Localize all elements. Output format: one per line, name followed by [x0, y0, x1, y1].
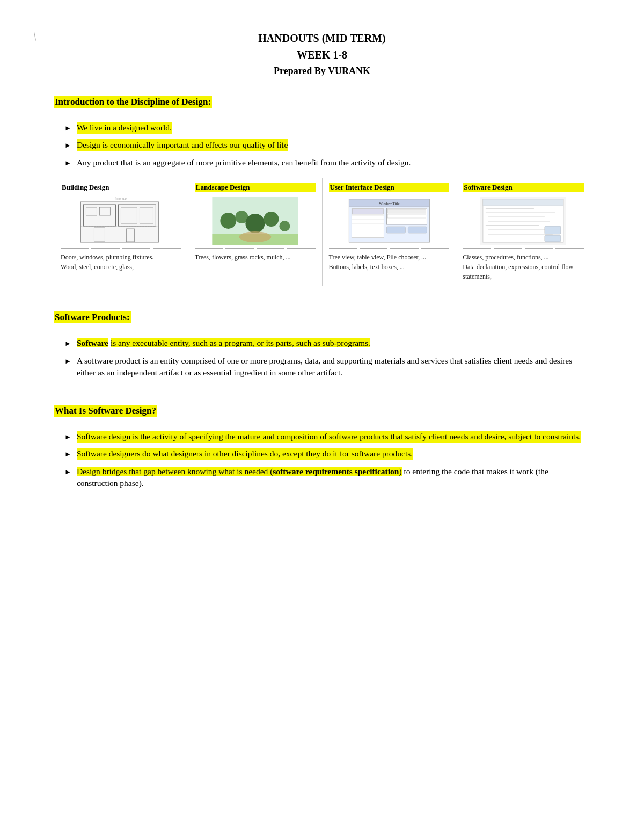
ui-design-image: Window Title	[329, 197, 450, 245]
landscape-design-title: Landscape Design	[195, 183, 316, 192]
svg-rect-43	[545, 235, 561, 242]
landscape-desc: Trees, flowers, grass rocks, mulch, ...	[195, 252, 316, 262]
list-item: ► Software designers do what designers i…	[64, 448, 590, 460]
design-col-building: Building Design floor plan	[54, 178, 188, 286]
software-desc-text: is any executable entity, such as a prog…	[111, 338, 370, 347]
bullet-text: Design is economically important and eff…	[77, 139, 288, 151]
bullet-text: A software product is an entity comprise…	[77, 355, 590, 379]
list-item: ► Design bridges that gap between knowin…	[64, 466, 590, 490]
bullet-arrow: ►	[64, 432, 71, 443]
bullet-arrow: ►	[64, 449, 71, 460]
section-software-design-title: What Is Software Design?	[54, 405, 157, 417]
svg-rect-30	[386, 227, 405, 233]
pencil-decoration: /	[30, 30, 40, 43]
bullet-arrow: ►	[64, 339, 71, 349]
svg-rect-31	[408, 227, 427, 233]
design-bridges-text-1: Design bridges that gap between knowing …	[77, 467, 273, 476]
bullet-text: Design bridges that gap between knowing …	[77, 466, 590, 490]
list-item: ► We live in a designed world.	[64, 122, 590, 134]
bullet-arrow: ►	[64, 467, 71, 477]
svg-rect-42	[545, 226, 561, 234]
page-header: HANDOUTS (MID TERM) WEEK 1-8 Prepared By…	[54, 32, 590, 77]
software-desc: Classes, procedures, functions, ... Data…	[463, 252, 584, 281]
bullet-arrow: ►	[64, 124, 71, 134]
design-col-ui: User Interface Design Window Title	[323, 178, 457, 286]
list-item: ► Any product that is an aggregate of mo…	[64, 157, 590, 169]
svg-rect-34	[483, 199, 564, 206]
svg-rect-28	[387, 209, 426, 213]
svg-text:Window Title: Window Title	[379, 201, 399, 206]
software-req-spec: software requirements specification	[273, 467, 399, 476]
design-categories-grid: Building Design floor plan	[54, 178, 590, 286]
bullet-text: Any product that is an aggregate of more…	[77, 157, 411, 169]
svg-point-14	[245, 214, 265, 233]
landscape-dash-lines	[195, 248, 316, 249]
building-design-title: Building Design	[61, 183, 181, 192]
list-item: ► Software is any executable entity, suc…	[64, 337, 590, 349]
svg-point-18	[239, 231, 271, 242]
bullet-arrow: ►	[64, 158, 71, 169]
section-software-products-list: ► Software is any executable entity, suc…	[64, 337, 590, 379]
bullet-text: Software designers do what designers in …	[77, 448, 413, 460]
software-dash-lines	[463, 248, 584, 249]
section-introduction-list: ► We live in a designed world. ► Design …	[64, 122, 590, 169]
page-title: HANDOUTS (MID TERM)	[54, 32, 590, 45]
svg-point-15	[264, 212, 279, 227]
section-software-products: Software Products: ► Software is any exe…	[54, 311, 590, 379]
page-prepared: Prepared By VURANK	[54, 66, 590, 77]
landscape-design-image	[195, 197, 316, 245]
svg-text:floor plan: floor plan	[115, 197, 128, 200]
section-introduction: Introduction to the Discipline of Design…	[54, 96, 590, 286]
ui-dash-lines	[329, 248, 450, 249]
bullet-text: Software is any executable entity, such …	[77, 337, 370, 349]
software-bold: Software	[77, 338, 108, 347]
building-desc: Doors, windows, plumbing fixtures. Wood,…	[61, 252, 181, 272]
ui-desc: Tree view, table view, File chooser, ...…	[329, 252, 450, 272]
bullet-arrow: ►	[64, 141, 71, 151]
bullet-arrow: ►	[64, 357, 71, 367]
svg-point-12	[220, 213, 236, 229]
bullet-text: We live in a designed world.	[77, 122, 172, 134]
bullet-text: Software design is the activity of speci…	[77, 431, 581, 443]
svg-rect-0	[80, 202, 158, 242]
list-item: ► A software product is an entity compri…	[64, 355, 590, 379]
software-design-image	[463, 197, 584, 245]
list-item: ► Software design is the activity of spe…	[64, 431, 590, 443]
svg-rect-23	[352, 209, 383, 214]
software-design-title: Software Design	[463, 183, 584, 192]
section-software-products-title: Software Products:	[54, 311, 131, 323]
ui-design-title: User Interface Design	[329, 183, 450, 192]
list-item: ► Design is economically important and e…	[64, 139, 590, 151]
section-introduction-title: Introduction to the Discipline of Design…	[54, 96, 212, 108]
section-software-design: What Is Software Design? ► Software desi…	[54, 405, 590, 490]
design-col-landscape: Landscape Design	[188, 178, 323, 286]
building-dash-lines	[61, 248, 181, 249]
svg-rect-29	[387, 214, 426, 218]
building-design-image: floor plan	[61, 197, 181, 245]
svg-point-16	[279, 221, 290, 231]
design-col-software: Software Design	[456, 178, 590, 286]
page-week: WEEK 1-8	[54, 49, 590, 61]
section-software-design-list: ► Software design is the activity of spe…	[64, 431, 590, 490]
